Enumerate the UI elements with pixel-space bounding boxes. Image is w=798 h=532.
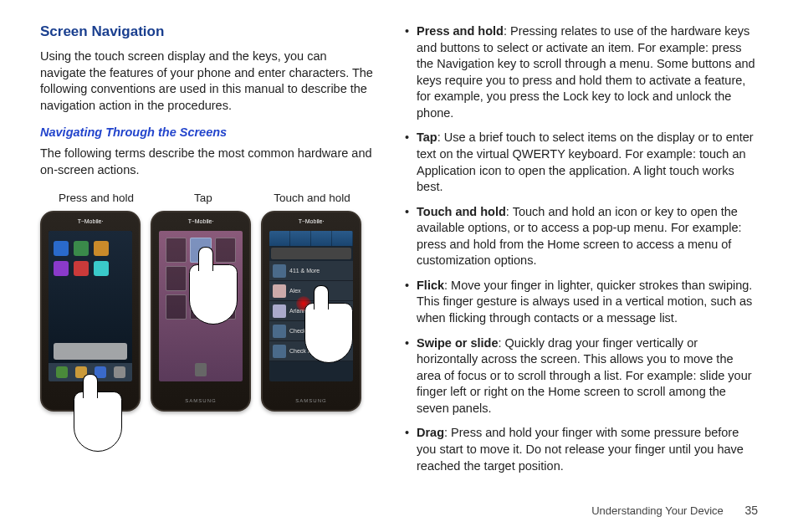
definition-term: Drag <box>417 426 444 439</box>
definition-item: Press and hold: Pressing relates to use … <box>405 23 756 121</box>
definition-list: Press and hold: Pressing relates to use … <box>405 23 756 474</box>
contact-name: Alex <box>289 288 301 294</box>
definition-term: Tap <box>417 130 437 144</box>
chapter-name: Understanding Your Device <box>591 504 724 517</box>
phone-tap: T··Mobile· SAMSUNG <box>151 211 251 412</box>
phone-label-1: Press and hold <box>40 192 149 204</box>
phone-label-row: Press and hold Tap Touch and hold <box>40 192 375 204</box>
page-footer: Understanding Your Device 35 <box>591 504 758 517</box>
definition-item: Touch and hold: Touch and hold an icon o… <box>405 204 756 269</box>
page-number: 35 <box>744 504 758 517</box>
hand-icon <box>189 264 238 325</box>
phone-brand: SAMSUNG <box>152 398 249 403</box>
intro-paragraph: Using the touch screen display and the k… <box>40 49 375 114</box>
trash-icon <box>195 363 207 376</box>
definition-term: Flick <box>417 279 444 292</box>
definition-term: Swipe or slide <box>417 336 499 350</box>
carrier-label: T··Mobile· <box>42 218 139 224</box>
section-heading: Screen Navigation <box>40 23 375 40</box>
definition-item: Tap: Use a brief touch to select items o… <box>405 130 756 195</box>
definition-desc: : Use a brief touch to select items on t… <box>417 130 754 193</box>
phone-illustration-row: T··Mobile· <box>40 211 375 412</box>
hand-icon <box>304 303 353 363</box>
hand-icon <box>74 391 122 452</box>
definition-desc: : Pressing relates to use of the hardwar… <box>417 24 755 120</box>
phone-label-2: Tap <box>149 192 258 204</box>
sub-heading: Navigating Through the Screens <box>40 125 375 139</box>
carrier-label: T··Mobile· <box>263 218 360 224</box>
sub-intro-paragraph: The following terms describe the most co… <box>40 146 375 178</box>
phone-press-and-hold: T··Mobile· <box>40 211 141 412</box>
contact-name: 411 & More <box>289 268 320 274</box>
definition-term: Press and hold <box>417 24 504 38</box>
phone-touch-and-hold: T··Mobile· 411 & More Alex Arianna Check… <box>261 211 361 412</box>
definition-item: Flick: Move your finger in lighter, quic… <box>405 278 756 327</box>
definition-desc: : Press and hold your finger with some p… <box>417 426 744 472</box>
phone-brand: SAMSUNG <box>263 398 360 403</box>
definition-desc: : Move your finger in lighter, quicker s… <box>417 279 752 325</box>
definition-item: Drag: Press and hold your finger with so… <box>405 425 756 474</box>
definition-term: Touch and hold <box>417 205 506 218</box>
definition-item: Swipe or slide: Quickly drag your finger… <box>405 335 756 417</box>
carrier-label: T··Mobile· <box>152 218 249 224</box>
phone-label-3: Touch and hold <box>258 192 366 204</box>
